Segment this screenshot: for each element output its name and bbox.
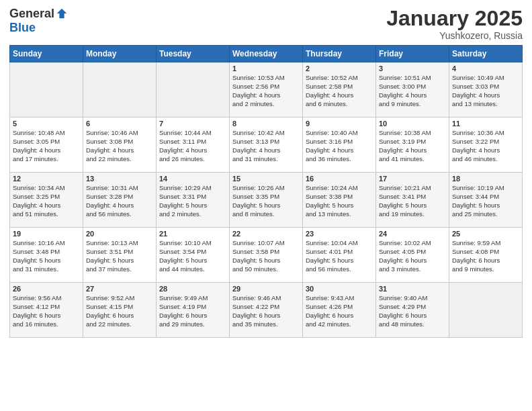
day-number: 31 — [379, 285, 446, 293]
day-cell: 18Sunrise: 10:19 AM Sunset: 3:44 PM Dayl… — [449, 173, 523, 228]
day-cell: 2Sunrise: 10:52 AM Sunset: 2:58 PM Dayli… — [303, 62, 376, 118]
logo-icon — [56, 7, 68, 19]
week-row-1: 1Sunrise: 10:53 AM Sunset: 2:56 PM Dayli… — [10, 62, 523, 118]
day-info: Sunrise: 9:43 AM Sunset: 4:26 PM Dayligh… — [306, 294, 373, 328]
logo: General Blue — [9, 7, 68, 35]
day-info: Sunrise: 10:04 AM Sunset: 4:01 PM Daylig… — [306, 239, 373, 273]
day-cell: 20Sunrise: 10:13 AM Sunset: 3:51 PM Dayl… — [83, 228, 157, 283]
col-header-wednesday: Wednesday — [230, 46, 303, 62]
day-number: 5 — [13, 120, 80, 128]
day-info: Sunrise: 10:36 AM Sunset: 3:22 PM Daylig… — [452, 129, 519, 163]
day-info: Sunrise: 9:49 AM Sunset: 4:19 PM Dayligh… — [159, 294, 226, 328]
day-info: Sunrise: 10:53 AM Sunset: 2:56 PM Daylig… — [232, 74, 300, 108]
day-info: Sunrise: 9:52 AM Sunset: 4:15 PM Dayligh… — [86, 294, 153, 328]
day-number: 24 — [379, 230, 446, 238]
day-cell: 22Sunrise: 10:07 AM Sunset: 3:58 PM Dayl… — [230, 228, 303, 283]
calendar: SundayMondayTuesdayWednesdayThursdayFrid… — [9, 45, 523, 338]
day-cell: 3Sunrise: 10:51 AM Sunset: 3:00 PM Dayli… — [376, 62, 449, 118]
col-header-saturday: Saturday — [449, 46, 523, 62]
svg-marker-0 — [57, 9, 66, 18]
calendar-header-row: SundayMondayTuesdayWednesdayThursdayFrid… — [10, 46, 523, 62]
day-info: Sunrise: 10:44 AM Sunset: 3:11 PM Daylig… — [159, 129, 226, 163]
day-number: 3 — [379, 64, 446, 73]
day-cell — [10, 62, 83, 118]
day-number: 23 — [306, 230, 373, 238]
day-cell: 10Sunrise: 10:38 AM Sunset: 3:19 PM Dayl… — [376, 118, 449, 173]
day-number: 18 — [452, 175, 519, 183]
day-number: 26 — [13, 285, 80, 293]
day-number: 16 — [306, 175, 373, 183]
day-cell: 21Sunrise: 10:10 AM Sunset: 3:54 PM Dayl… — [157, 228, 230, 283]
day-number: 19 — [13, 230, 80, 238]
day-info: Sunrise: 10:31 AM Sunset: 3:28 PM Daylig… — [86, 184, 153, 218]
day-number: 1 — [232, 64, 300, 73]
logo-blue-text: Blue — [9, 21, 36, 35]
month-title: January 2025 — [386, 7, 523, 30]
day-number: 17 — [379, 175, 446, 183]
day-number: 14 — [159, 175, 226, 183]
day-cell: 4Sunrise: 10:49 AM Sunset: 3:03 PM Dayli… — [449, 62, 523, 118]
day-info: Sunrise: 10:42 AM Sunset: 3:13 PM Daylig… — [232, 129, 300, 163]
day-number: 15 — [232, 175, 300, 183]
day-info: Sunrise: 10:16 AM Sunset: 3:48 PM Daylig… — [13, 239, 80, 273]
day-cell: 23Sunrise: 10:04 AM Sunset: 4:01 PM Dayl… — [303, 228, 376, 283]
day-cell: 12Sunrise: 10:34 AM Sunset: 3:25 PM Dayl… — [10, 173, 83, 228]
week-row-5: 26Sunrise: 9:56 AM Sunset: 4:12 PM Dayli… — [10, 283, 523, 338]
day-cell — [449, 283, 523, 338]
day-cell: 16Sunrise: 10:24 AM Sunset: 3:38 PM Dayl… — [303, 173, 376, 228]
day-cell: 7Sunrise: 10:44 AM Sunset: 3:11 PM Dayli… — [157, 118, 230, 173]
day-number: 21 — [159, 230, 226, 238]
day-cell: 28Sunrise: 9:49 AM Sunset: 4:19 PM Dayli… — [157, 283, 230, 338]
day-number: 10 — [379, 120, 446, 128]
col-header-sunday: Sunday — [10, 46, 83, 62]
day-info: Sunrise: 9:59 AM Sunset: 4:08 PM Dayligh… — [452, 239, 519, 273]
day-number: 20 — [86, 230, 153, 238]
day-number: 30 — [306, 285, 373, 293]
day-number: 25 — [452, 230, 519, 238]
day-cell: 6Sunrise: 10:46 AM Sunset: 3:08 PM Dayli… — [83, 118, 157, 173]
day-cell: 27Sunrise: 9:52 AM Sunset: 4:15 PM Dayli… — [83, 283, 157, 338]
day-cell: 30Sunrise: 9:43 AM Sunset: 4:26 PM Dayli… — [303, 283, 376, 338]
day-cell: 29Sunrise: 9:46 AM Sunset: 4:22 PM Dayli… — [230, 283, 303, 338]
day-number: 29 — [232, 285, 300, 293]
day-info: Sunrise: 10:07 AM Sunset: 3:58 PM Daylig… — [232, 239, 300, 273]
day-cell: 31Sunrise: 9:40 AM Sunset: 4:29 PM Dayli… — [376, 283, 449, 338]
day-info: Sunrise: 10:52 AM Sunset: 2:58 PM Daylig… — [306, 74, 373, 108]
day-info: Sunrise: 10:29 AM Sunset: 3:31 PM Daylig… — [159, 184, 226, 218]
day-info: Sunrise: 10:21 AM Sunset: 3:41 PM Daylig… — [379, 184, 446, 218]
day-cell — [83, 62, 157, 118]
day-number: 8 — [232, 120, 300, 128]
day-cell: 13Sunrise: 10:31 AM Sunset: 3:28 PM Dayl… — [83, 173, 157, 228]
day-number: 7 — [159, 120, 226, 128]
location: Yushkozero, Russia — [386, 30, 523, 41]
day-number: 9 — [306, 120, 373, 128]
day-cell: 15Sunrise: 10:26 AM Sunset: 3:35 PM Dayl… — [230, 173, 303, 228]
col-header-friday: Friday — [376, 46, 449, 62]
day-info: Sunrise: 9:40 AM Sunset: 4:29 PM Dayligh… — [379, 294, 446, 328]
day-cell: 24Sunrise: 10:02 AM Sunset: 4:05 PM Dayl… — [376, 228, 449, 283]
day-info: Sunrise: 10:10 AM Sunset: 3:54 PM Daylig… — [159, 239, 226, 273]
day-info: Sunrise: 10:24 AM Sunset: 3:38 PM Daylig… — [306, 184, 373, 218]
title-block: January 2025 Yushkozero, Russia — [386, 7, 523, 41]
day-number: 27 — [86, 285, 153, 293]
day-info: Sunrise: 10:48 AM Sunset: 3:05 PM Daylig… — [13, 129, 80, 163]
day-number: 28 — [159, 285, 226, 293]
day-number: 4 — [452, 64, 519, 73]
header: General Blue January 2025 Yushkozero, Ru… — [9, 7, 523, 41]
day-cell: 8Sunrise: 10:42 AM Sunset: 3:13 PM Dayli… — [230, 118, 303, 173]
day-cell: 17Sunrise: 10:21 AM Sunset: 3:41 PM Dayl… — [376, 173, 449, 228]
day-number: 2 — [306, 64, 373, 73]
day-number: 13 — [86, 175, 153, 183]
day-info: Sunrise: 10:46 AM Sunset: 3:08 PM Daylig… — [86, 129, 153, 163]
day-cell: 19Sunrise: 10:16 AM Sunset: 3:48 PM Dayl… — [10, 228, 83, 283]
logo-general-text: General — [9, 7, 54, 21]
day-cell: 14Sunrise: 10:29 AM Sunset: 3:31 PM Dayl… — [157, 173, 230, 228]
week-row-3: 12Sunrise: 10:34 AM Sunset: 3:25 PM Dayl… — [10, 173, 523, 228]
day-number: 22 — [232, 230, 300, 238]
page: General Blue January 2025 Yushkozero, Ru… — [0, 0, 532, 411]
day-number: 6 — [86, 120, 153, 128]
day-cell: 9Sunrise: 10:40 AM Sunset: 3:16 PM Dayli… — [303, 118, 376, 173]
day-cell: 1Sunrise: 10:53 AM Sunset: 2:56 PM Dayli… — [230, 62, 303, 118]
day-info: Sunrise: 10:38 AM Sunset: 3:19 PM Daylig… — [379, 129, 446, 163]
day-info: Sunrise: 10:02 AM Sunset: 4:05 PM Daylig… — [379, 239, 446, 273]
